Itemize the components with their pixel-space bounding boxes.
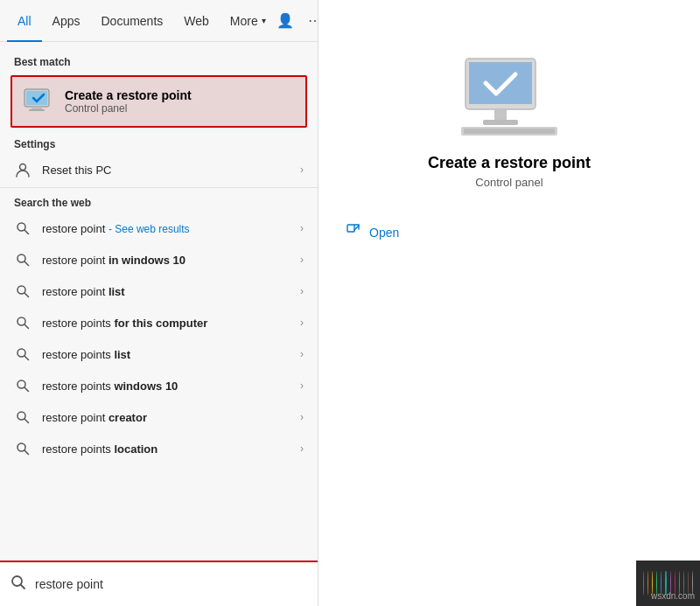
- open-label: Open: [369, 226, 399, 240]
- reset-pc-text: Reset this PC: [42, 164, 290, 177]
- svg-line-15: [24, 356, 29, 360]
- web-search-item[interactable]: restore points list›: [0, 338, 318, 370]
- search-web-icon: [14, 219, 32, 237]
- web-search-text: restore point list: [42, 285, 290, 298]
- svg-line-11: [24, 293, 29, 297]
- search-web-icon: [14, 314, 32, 331]
- search-web-icon: [14, 440, 32, 457]
- divider: [0, 187, 318, 188]
- chevron-right-icon: ›: [300, 254, 304, 266]
- search-web-icon: [14, 282, 32, 300]
- web-search-text: restore point - See web results: [42, 222, 290, 235]
- web-search-item[interactable]: restore points location›: [0, 433, 318, 464]
- open-icon: [346, 224, 360, 240]
- results-list: Best match Create a restore point C: [0, 42, 318, 561]
- best-match-text: Create a restore point Control panel: [65, 88, 192, 115]
- tab-apps[interactable]: Apps: [42, 0, 91, 42]
- search-web-icon: [14, 408, 32, 426]
- web-search-text: restore points for this computer: [42, 317, 290, 330]
- web-search-item[interactable]: restore point list›: [0, 275, 318, 307]
- chevron-down-icon: ▾: [262, 16, 266, 25]
- chevron-right-icon: ›: [300, 442, 304, 455]
- right-panel-title: Create a restore point: [428, 154, 591, 172]
- search-web-icon: [14, 345, 32, 363]
- svg-rect-27: [494, 109, 507, 120]
- right-panel-actions: Open: [318, 217, 700, 247]
- tab-all[interactable]: All: [7, 0, 42, 42]
- settings-label: Settings: [0, 131, 318, 154]
- svg-rect-3: [29, 109, 45, 111]
- header-icons: 👤 ⋯: [276, 12, 322, 29]
- watermark: wsxdn.com: [651, 591, 695, 601]
- svg-rect-31: [347, 225, 354, 232]
- svg-line-7: [24, 230, 29, 234]
- web-search-text: restore points windows 10: [42, 380, 290, 393]
- web-search-item[interactable]: restore point in windows 10›: [0, 244, 318, 275]
- best-match-label: Best match: [0, 49, 318, 72]
- computer-large-icon: [457, 52, 562, 140]
- person-icon[interactable]: 👤: [276, 12, 294, 29]
- web-search-item[interactable]: restore point - See web results›: [0, 212, 318, 244]
- search-input[interactable]: [35, 577, 307, 591]
- web-search-item[interactable]: restore points for this computer›: [0, 307, 318, 338]
- web-search-text: restore points location: [42, 442, 290, 456]
- open-action[interactable]: Open: [332, 217, 686, 247]
- svg-line-19: [24, 419, 29, 423]
- taskbar-app-icon[interactable]: [643, 571, 644, 596]
- chevron-right-icon: ›: [300, 348, 304, 360]
- search-icon: [10, 575, 26, 594]
- taskbar-app-icon[interactable]: [648, 571, 648, 596]
- svg-line-13: [24, 324, 29, 329]
- tab-more[interactable]: More ▾: [220, 0, 276, 42]
- web-search-item[interactable]: restore points windows 10›: [0, 370, 318, 401]
- web-items-container: restore point - See web results› restore…: [0, 212, 318, 464]
- best-match-subtitle: Control panel: [65, 102, 192, 115]
- search-panel: All Apps Documents Web More ▾ 👤 ⋯ Best m…: [0, 0, 318, 606]
- chevron-right-icon: ›: [300, 222, 304, 234]
- best-match-title: Create a restore point: [65, 88, 192, 102]
- chevron-right-icon: ›: [300, 411, 304, 423]
- web-search-item[interactable]: restore point creator›: [0, 401, 318, 433]
- reset-pc-item[interactable]: Reset this PC ›: [0, 154, 318, 185]
- svg-line-9: [24, 261, 29, 266]
- svg-point-5: [20, 164, 26, 171]
- svg-rect-2: [32, 107, 42, 109]
- search-web-icon: [14, 251, 32, 268]
- search-web-label: Search the web: [0, 190, 318, 212]
- svg-line-17: [24, 387, 29, 392]
- right-panel: Create a restore point Control panel Ope…: [318, 0, 700, 606]
- svg-rect-26: [469, 62, 532, 104]
- right-panel-content: Create a restore point Control panel Ope…: [318, 0, 700, 606]
- web-search-text: restore point creator: [42, 411, 290, 424]
- computer-small-icon: [23, 86, 54, 117]
- chevron-right-icon: ›: [300, 380, 304, 392]
- chevron-right-icon: ›: [300, 164, 304, 176]
- tabs-bar: All Apps Documents Web More ▾ 👤 ⋯: [0, 0, 318, 42]
- web-search-text: restore points list: [42, 348, 290, 361]
- best-match-item[interactable]: Create a restore point Control panel: [10, 75, 307, 128]
- web-search-text: restore point in windows 10: [42, 254, 290, 267]
- chevron-right-icon: ›: [300, 285, 304, 297]
- svg-rect-28: [483, 120, 518, 125]
- svg-rect-30: [464, 129, 555, 134]
- chevron-right-icon: ›: [300, 317, 304, 329]
- svg-line-21: [24, 450, 29, 455]
- search-web-icon: [14, 377, 32, 394]
- tab-web[interactable]: Web: [173, 0, 220, 42]
- svg-line-23: [21, 585, 25, 589]
- person-outline-icon: [14, 161, 32, 178]
- right-panel-subtitle: Control panel: [475, 176, 542, 189]
- tab-documents[interactable]: Documents: [90, 0, 173, 42]
- search-box: [0, 561, 318, 606]
